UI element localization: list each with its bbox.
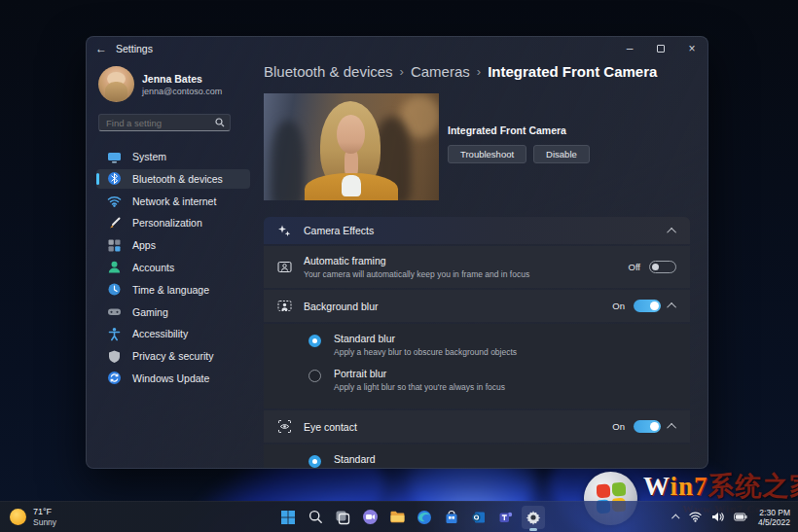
background-blur-icon xyxy=(277,299,292,313)
camera-effects-header[interactable]: Camera Effects xyxy=(264,217,690,244)
camera-effects-card: Camera Effects Automatic framing Your ca… xyxy=(264,217,690,469)
sidebar-item-network-internet[interactable]: Network & internet xyxy=(96,192,250,211)
task-view-button[interactable] xyxy=(331,506,354,529)
sidebar-item-system[interactable]: System xyxy=(96,147,250,166)
account-section[interactable]: Jenna Bates jenna@contoso.com xyxy=(98,66,250,102)
standard-blur-subtitle: Apply a heavy blur to obscure background… xyxy=(334,347,517,357)
time-language-icon xyxy=(107,282,122,297)
privacy-shield-icon xyxy=(107,349,122,364)
settings-taskbar-button[interactable] xyxy=(522,506,545,529)
sidebar-item-bluetooth-devices[interactable]: Bluetooth & devices xyxy=(96,169,250,189)
start-button[interactable] xyxy=(276,506,300,529)
sidebar-item-apps[interactable]: Apps xyxy=(96,235,250,255)
automatic-framing-row[interactable]: Automatic framing Your camera will autom… xyxy=(264,246,690,288)
chevron-right-icon: › xyxy=(400,64,404,79)
clock[interactable]: 2:30 PM 4/5/2022 xyxy=(758,508,790,527)
sidebar-item-label: Personalization xyxy=(132,217,202,229)
portrait-blur-radio[interactable] xyxy=(308,370,321,382)
back-icon[interactable]: ← xyxy=(87,42,116,55)
breadcrumb-current-page: Integrated Front Camera xyxy=(488,63,657,80)
background-blur-row[interactable]: Background blur On xyxy=(264,290,690,322)
store-button[interactable] xyxy=(440,506,463,529)
teams-button[interactable] xyxy=(494,506,518,529)
gaming-icon xyxy=(107,304,122,319)
sidebar-item-gaming[interactable]: Gaming xyxy=(96,302,250,322)
eye-contact-row[interactable]: Eye contact On xyxy=(264,410,690,443)
preview-person-face xyxy=(337,115,365,154)
sidebar-item-accounts[interactable]: Accounts xyxy=(96,258,250,277)
windows-update-icon xyxy=(107,371,122,385)
standard-blur-title: Standard blur xyxy=(334,333,517,344)
gear-icon xyxy=(526,510,541,525)
account-email: jenna@contoso.com xyxy=(142,87,222,96)
windows-logo-icon xyxy=(280,510,296,525)
taskbar-apps xyxy=(276,502,545,532)
wifi-icon[interactable] xyxy=(689,512,702,522)
sidebar-item-accessibility[interactable]: Accessibility xyxy=(96,324,250,343)
chevron-up-icon[interactable] xyxy=(667,227,676,236)
eye-contact-title: Eye contact xyxy=(304,421,357,433)
eye-contact-options: Standard Make eye contact even when you'… xyxy=(264,444,690,469)
standard-blur-option[interactable]: Standard blur Apply a heavy blur to obsc… xyxy=(308,333,676,357)
sidebar-item-privacy-security[interactable]: Privacy & security xyxy=(96,346,250,366)
search-icon xyxy=(308,510,323,524)
sidebar-item-label: Network & internet xyxy=(132,195,216,207)
search-box[interactable] xyxy=(98,114,231,131)
camera-effects-label: Camera Effects xyxy=(304,225,374,236)
eye-contact-standard-option[interactable]: Standard Make eye contact even when you'… xyxy=(308,453,676,469)
automatic-framing-toggle[interactable] xyxy=(649,261,676,273)
account-name: Jenna Bates xyxy=(142,73,222,85)
background-blur-toggle[interactable] xyxy=(634,300,661,312)
chevron-up-icon[interactable] xyxy=(667,302,676,312)
avatar[interactable] xyxy=(98,66,134,102)
background-blur-title: Background blur xyxy=(304,301,378,312)
weather-condition: Sunny xyxy=(33,517,56,527)
portrait-blur-option[interactable]: Portrait blur Apply a light blur so that… xyxy=(308,368,676,392)
watermark-title: Win7系统之家 xyxy=(643,472,798,501)
sidebar-item-personalization[interactable]: Personalization xyxy=(96,213,250,232)
maximize-button[interactable] xyxy=(645,37,676,60)
minimize-button[interactable]: – xyxy=(614,37,645,60)
sidebar-item-label: Accessibility xyxy=(132,328,188,339)
eye-contact-toggle[interactable] xyxy=(634,420,661,433)
sidebar-item-label: System xyxy=(132,151,166,162)
sidebar-item-time-language[interactable]: Time & language xyxy=(96,280,250,300)
eye-contact-standard-radio[interactable] xyxy=(308,455,321,468)
disable-button[interactable]: Disable xyxy=(533,145,590,163)
battery-icon[interactable] xyxy=(734,513,747,521)
titlebar[interactable]: ← Settings – × xyxy=(87,37,707,60)
sidebar-item-windows-update[interactable]: Windows Update xyxy=(96,369,250,388)
search-input[interactable] xyxy=(98,114,231,131)
breadcrumb-bluetooth-devices[interactable]: Bluetooth & devices xyxy=(264,63,393,80)
search-icon[interactable] xyxy=(215,118,225,127)
sidebar-item-label: Privacy & security xyxy=(132,350,213,362)
chevron-up-icon[interactable] xyxy=(667,423,676,433)
teams-icon xyxy=(498,510,514,525)
chat-button[interactable] xyxy=(358,506,381,529)
task-view-icon xyxy=(335,510,350,525)
sparkles-icon xyxy=(277,224,292,238)
standard-blur-radio[interactable] xyxy=(308,335,321,347)
accounts-icon xyxy=(107,260,122,274)
file-explorer-icon xyxy=(389,509,406,525)
sidebar-item-label: Accounts xyxy=(132,262,174,273)
personalization-icon xyxy=(107,216,122,231)
accessibility-icon xyxy=(107,327,122,341)
edge-icon xyxy=(417,510,432,525)
portrait-blur-title: Portrait blur xyxy=(334,368,505,379)
weather-widget[interactable]: 71°F Sunny xyxy=(0,502,66,532)
hidden-icons-chevron[interactable] xyxy=(673,514,679,520)
close-button[interactable]: × xyxy=(676,37,707,60)
edge-button[interactable] xyxy=(413,506,436,529)
tray-time: 2:30 PM xyxy=(758,508,790,517)
apps-icon xyxy=(107,238,122,253)
troubleshoot-button[interactable]: Troubleshoot xyxy=(448,145,526,163)
taskbar-search-button[interactable] xyxy=(304,506,327,529)
volume-icon[interactable] xyxy=(711,512,724,522)
eye-contact-standard-subtitle: Make eye contact even when you're lookin… xyxy=(334,468,613,469)
outlook-button[interactable] xyxy=(467,506,490,529)
automatic-framing-subtitle: Your camera will automatically keep you … xyxy=(304,269,529,279)
file-explorer-button[interactable] xyxy=(385,506,409,529)
breadcrumb-cameras[interactable]: Cameras xyxy=(411,63,470,80)
network-icon xyxy=(107,194,122,208)
